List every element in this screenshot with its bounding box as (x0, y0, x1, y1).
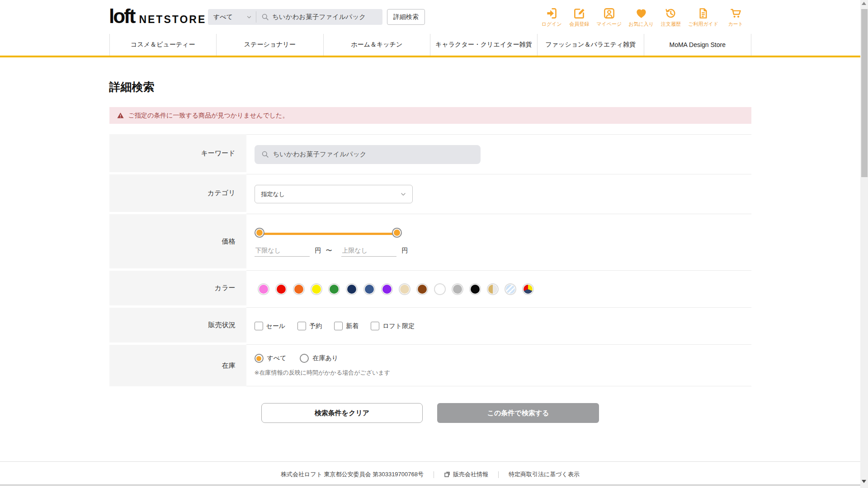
quick-link-mypage[interactable]: マイページ (596, 7, 622, 28)
category-field: 指定なし (246, 174, 751, 214)
category-select[interactable]: 指定なし (255, 185, 413, 203)
member-register-icon (573, 7, 585, 19)
stock-note: ※在庫情報の反映に時間がかかる場合がございます (255, 369, 391, 377)
color-swatch-gray[interactable] (453, 285, 462, 294)
external-link-icon (444, 471, 450, 478)
price-min-input[interactable] (255, 246, 310, 257)
mypage-icon (603, 7, 615, 19)
nav-item-character-creator[interactable]: キャラクター・クリエイター雑貨 (430, 34, 537, 56)
quick-link-login[interactable]: ログイン (541, 7, 562, 28)
price-inputs: 円 〜 円 (255, 246, 408, 257)
price-max-unit: 円 (402, 247, 408, 257)
color-swatch-multicolor[interactable] (524, 285, 533, 294)
radio-dot (302, 356, 307, 361)
keyword-label: キーワード (109, 134, 246, 174)
clear-conditions-button[interactable]: 検索条件をクリア (261, 403, 423, 423)
footer-link-sales-company-info[interactable]: 販売会社情報 (444, 470, 488, 479)
checkbox-label: 予約 (309, 322, 322, 330)
slider-handle-dot (394, 230, 400, 236)
brand-accent-line (0, 56, 860, 57)
header-search-input[interactable] (272, 14, 382, 21)
footer-link-label: 販売会社情報 (453, 470, 488, 479)
scrollbar-down-arrow[interactable] (862, 480, 866, 483)
color-swatch-brown[interactable] (418, 285, 427, 294)
checkbox-box (255, 322, 263, 330)
checkbox-box (371, 322, 379, 330)
color-swatch-beige[interactable] (400, 285, 409, 294)
quick-link-order-history[interactable]: 注文履歴 (660, 7, 681, 28)
detail-search-button[interactable]: 詳細検索 (387, 9, 425, 25)
color-swatch-white[interactable] (435, 285, 444, 294)
search-scope-dropdown[interactable]: すべて (208, 13, 256, 21)
scrollbar-thumb[interactable] (861, 9, 868, 177)
quick-link-label: 会員登録 (569, 21, 589, 28)
chevron-down-icon (400, 191, 407, 198)
price-field: 円 〜 円 (246, 214, 751, 271)
chevron-down-icon (246, 14, 252, 20)
checkbox-sale[interactable]: セール (255, 322, 286, 330)
color-field (246, 271, 751, 308)
header-search: すべて 詳細検索 (208, 9, 425, 25)
color-swatch-pink[interactable] (259, 285, 268, 294)
checkbox-label: セール (266, 322, 286, 330)
radio-in-stock[interactable]: 在庫あり (300, 354, 338, 363)
logo-netstore-text: NETSTORE (139, 14, 206, 26)
nav-item-fashion-variety[interactable]: ファッション＆バラエティ雑貨 (537, 34, 644, 56)
footer-divider (498, 471, 499, 478)
color-swatch-green[interactable] (330, 285, 339, 294)
page: loft NETSTORE すべて 詳細検索 ログイ (0, 0, 860, 488)
quick-link-user-guide[interactable]: ご利用ガイド (688, 7, 718, 28)
radio-stock-all[interactable]: すべて (255, 354, 287, 363)
form-row-keyword: キーワード (109, 134, 751, 174)
store-logo[interactable]: loft NETSTORE (109, 6, 206, 26)
quick-link-member-register[interactable]: 会員登録 (569, 7, 590, 28)
color-swatch-navy[interactable] (347, 285, 356, 294)
radio-circle (300, 354, 309, 363)
scrollbar-up-arrow[interactable] (862, 2, 866, 5)
page-title: 詳細検索 (109, 80, 751, 94)
sales-status-field: セール 予約 新着 ロ (246, 308, 751, 345)
favorites-icon (635, 7, 647, 19)
color-swatch-orange[interactable] (294, 285, 303, 294)
price-slider-track[interactable] (260, 233, 396, 235)
color-swatch-purple[interactable] (382, 285, 392, 294)
checkbox-reservation[interactable]: 予約 (297, 322, 322, 330)
vertical-scrollbar[interactable] (860, 0, 868, 488)
color-swatch-red[interactable] (277, 285, 286, 294)
color-swatch-black[interactable] (471, 285, 480, 294)
price-slider-handle-min[interactable] (255, 228, 264, 238)
color-swatch-clear[interactable] (506, 285, 515, 294)
price-range-slider (260, 228, 396, 239)
stock-field: すべて 在庫あり ※在庫情報の反映に時間がかかる場合がございます (246, 345, 751, 386)
search-icon (261, 13, 269, 21)
warning-icon (117, 112, 124, 119)
color-swatch-blue[interactable] (365, 285, 374, 294)
header-search-box: すべて (208, 9, 382, 25)
price-range-separator: 〜 (326, 247, 332, 257)
color-swatch-yellow[interactable] (312, 285, 321, 294)
quick-link-cart[interactable]: カート (725, 7, 746, 28)
quick-link-label: ログイン (542, 21, 562, 28)
nav-item-cosme-beauty[interactable]: コスメ＆ビューティー (109, 34, 217, 56)
footer-link-specified-commercial-transactions[interactable]: 特定商取引法に基づく表示 (509, 470, 580, 479)
price-max-input[interactable] (341, 246, 396, 257)
checkbox-new-arrival[interactable]: 新着 (334, 322, 359, 330)
form-actions: 検索条件をクリア この条件で検索する (109, 403, 751, 423)
checkbox-box (297, 322, 306, 330)
price-min-unit: 円 (315, 247, 321, 257)
color-swatch-gold-silver[interactable] (488, 285, 497, 294)
category-label: カテゴリ (109, 174, 246, 214)
footer: 株式会社ロフト 東京都公安委員会 第303319700768号 販売会社情報 特… (0, 461, 860, 479)
stock-options: すべて 在庫あり (255, 354, 352, 363)
nav-item-stationery[interactable]: ステーショナリー (216, 34, 323, 56)
form-row-color: カラー (109, 271, 751, 308)
search-with-conditions-button[interactable]: この条件で検索する (437, 403, 599, 423)
footer-divider (434, 471, 434, 478)
price-slider-handle-max[interactable] (392, 228, 402, 238)
quick-link-favorites[interactable]: お気に入り (628, 7, 654, 28)
nav-item-home-kitchen[interactable]: ホーム＆キッチン (323, 34, 430, 56)
checkbox-loft-exclusive[interactable]: ロフト限定 (371, 322, 415, 330)
keyword-input[interactable] (273, 151, 481, 158)
nav-item-moma-design-store[interactable]: MoMA Design Store (644, 34, 751, 56)
footer-link-label: 特定商取引法に基づく表示 (509, 470, 580, 479)
